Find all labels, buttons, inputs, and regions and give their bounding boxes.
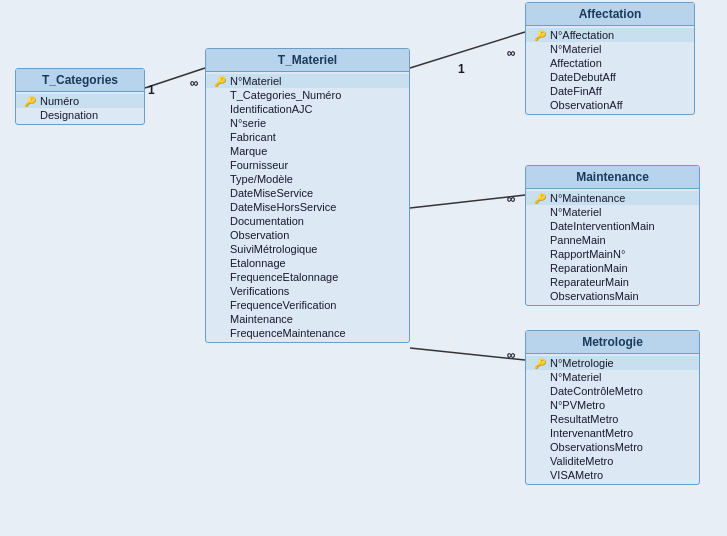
entity-maintenance: Maintenance 🔑 N°Maintenance N°Materiel D… [525, 165, 700, 306]
cardinality-mat-main-right: ∞ [507, 192, 516, 206]
field-etalonnage: Etalonnage [206, 256, 409, 270]
entity-maintenance-fields: 🔑 N°Maintenance N°Materiel DateIntervent… [526, 189, 699, 305]
field-documentation: Documentation [206, 214, 409, 228]
field-nmaintenance: 🔑 N°Maintenance [526, 191, 699, 205]
field-fournisseur: Fournisseur [206, 158, 409, 172]
field-type-modele: Type/Modèle [206, 172, 409, 186]
field-label-date-controle-metro: DateContrôleMetro [550, 385, 643, 397]
entity-t-categories-title: T_Categories [16, 69, 144, 92]
field-label-resultat-metro: ResultatMetro [550, 413, 618, 425]
field-label-fabricant: Fabricant [230, 131, 276, 143]
field-observation: Observation [206, 228, 409, 242]
cardinality-mat-aff-right: ∞ [507, 46, 516, 60]
field-suivi-metrologique: SuiviMétrologique [206, 242, 409, 256]
field-frequence-verification: FrequenceVerification [206, 298, 409, 312]
field-label-reparateur-main: ReparateurMain [550, 276, 629, 288]
field-rapport-main-n: RapportMainN° [526, 247, 699, 261]
field-label-type-modele: Type/Modèle [230, 173, 293, 185]
field-label-observation: Observation [230, 229, 289, 241]
field-nmetrologie: 🔑 N°Metrologie [526, 356, 699, 370]
field-naffectation: 🔑 N°Affectation [526, 28, 694, 42]
field-label-marque: Marque [230, 145, 267, 157]
field-date-mise-service: DateMiseService [206, 186, 409, 200]
field-label-nomatériel: N°Materiel [230, 75, 281, 87]
entity-metrologie-fields: 🔑 N°Metrologie N°Materiel DateContrôleMe… [526, 354, 699, 484]
field-numero: 🔑 Numéro [16, 94, 144, 108]
field-label-numero: Numéro [40, 95, 79, 107]
entity-t-categories-fields: 🔑 Numéro Designation [16, 92, 144, 124]
entity-t-categories: T_Categories 🔑 Numéro Designation [15, 68, 145, 125]
field-label-nserie: N°serie [230, 117, 266, 129]
field-designation: Designation [16, 108, 144, 122]
field-label-rapport-main-n: RapportMainN° [550, 248, 625, 260]
field-visa-metro: VISAMetro [526, 468, 699, 482]
entity-t-materiel-title: T_Materiel [206, 49, 409, 72]
key-icon-nomatériel: 🔑 [214, 76, 226, 87]
field-label-frequence-etalonnage: FrequenceEtalonnage [230, 271, 338, 283]
key-icon-nmetrologie: 🔑 [534, 358, 546, 369]
field-label-maintenance: Maintenance [230, 313, 293, 325]
cardinality-cat-mat-right: ∞ [190, 76, 199, 90]
field-label-metro-nmateriel: N°Materiel [550, 371, 601, 383]
field-label-nmaintenance: N°Maintenance [550, 192, 625, 204]
field-label-fournisseur: Fournisseur [230, 159, 288, 171]
field-validite-metro: ValiditeMetro [526, 454, 699, 468]
field-reparation-main: ReparationMain [526, 261, 699, 275]
field-label-date-fin-aff: DateFinAff [550, 85, 602, 97]
entity-maintenance-title: Maintenance [526, 166, 699, 189]
field-fabricant: Fabricant [206, 130, 409, 144]
field-label-panne-main: PanneMain [550, 234, 606, 246]
field-date-controle-metro: DateContrôleMetro [526, 384, 699, 398]
field-observation-aff: ObservationAff [526, 98, 694, 112]
field-label-observations-metro: ObservationsMetro [550, 441, 643, 453]
field-label-identification-ajc: IdentificationAJC [230, 103, 313, 115]
field-label-nmetrologie: N°Metrologie [550, 357, 614, 369]
field-aff-nmateriel: N°Materiel [526, 42, 694, 56]
field-label-frequence-verification: FrequenceVerification [230, 299, 336, 311]
field-label-observations-main: ObservationsMain [550, 290, 639, 302]
field-date-debut-aff: DateDebutAff [526, 70, 694, 84]
field-observations-main: ObservationsMain [526, 289, 699, 303]
entity-metrologie-title: Metrologie [526, 331, 699, 354]
field-main-nmateriel: N°Materiel [526, 205, 699, 219]
field-date-fin-aff: DateFinAff [526, 84, 694, 98]
field-verifications: Verifications [206, 284, 409, 298]
field-reparateur-main: ReparateurMain [526, 275, 699, 289]
field-label-verifications: Verifications [230, 285, 289, 297]
field-label-designation: Designation [40, 109, 98, 121]
cardinality-mat-aff-left: 1 [458, 62, 465, 76]
field-label-frequence-maintenance: FrequenceMaintenance [230, 327, 346, 339]
entity-affectation-title: Affectation [526, 3, 694, 26]
field-identification-ajc: IdentificationAJC [206, 102, 409, 116]
field-label-etalonnage: Etalonnage [230, 257, 286, 269]
cardinality-cat-mat-left: 1 [148, 83, 155, 97]
entity-metrologie: Metrologie 🔑 N°Metrologie N°Materiel Dat… [525, 330, 700, 485]
entity-affectation: Affectation 🔑 N°Affectation N°Materiel A… [525, 2, 695, 115]
field-frequence-maintenance: FrequenceMaintenance [206, 326, 409, 340]
field-observations-metro: ObservationsMetro [526, 440, 699, 454]
field-frequence-etalonnage: FrequenceEtalonnage [206, 270, 409, 284]
field-intervenant-metro: IntervenantMetro [526, 426, 699, 440]
field-label-date-mise-hors-service: DateMiseHorsService [230, 201, 336, 213]
field-maintenance: Maintenance [206, 312, 409, 326]
key-icon-numero: 🔑 [24, 96, 36, 107]
field-label-reparation-main: ReparationMain [550, 262, 628, 274]
field-label-documentation: Documentation [230, 215, 304, 227]
field-materiel-nomatériel: 🔑 N°Materiel [206, 74, 409, 88]
field-label-aff-nmateriel: N°Materiel [550, 43, 601, 55]
field-panne-main: PanneMain [526, 233, 699, 247]
field-label-naffectation: N°Affectation [550, 29, 614, 41]
field-label-suivi-metrologique: SuiviMétrologique [230, 243, 317, 255]
key-icon-naffectation: 🔑 [534, 30, 546, 41]
key-icon-nmaintenance: 🔑 [534, 193, 546, 204]
field-marque: Marque [206, 144, 409, 158]
field-label-observation-aff: ObservationAff [550, 99, 623, 111]
diagram-canvas: 1 ∞ 1 ∞ ∞ ∞ T_Categories 🔑 Numéro Design… [0, 0, 727, 536]
field-label-date-intervention-main: DateInterventionMain [550, 220, 655, 232]
field-label-npv-metro: N°PVMetro [550, 399, 605, 411]
field-label-visa-metro: VISAMetro [550, 469, 603, 481]
field-npv-metro: N°PVMetro [526, 398, 699, 412]
field-nserie: N°serie [206, 116, 409, 130]
entity-affectation-fields: 🔑 N°Affectation N°Materiel Affectation D… [526, 26, 694, 114]
field-date-mise-hors-service: DateMiseHorsService [206, 200, 409, 214]
